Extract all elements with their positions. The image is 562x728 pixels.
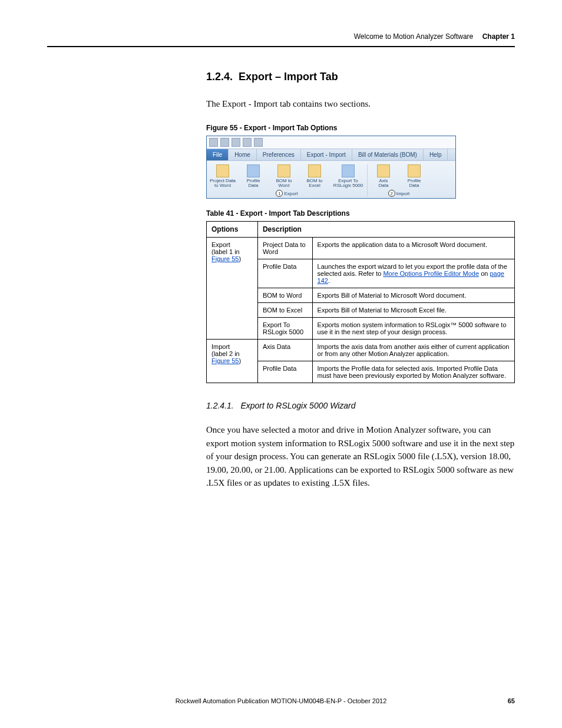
cell-option: BOM to Excel: [257, 303, 312, 318]
btn-bom-to-word[interactable]: BOM toWord: [270, 164, 297, 189]
tab-help[interactable]: Help: [424, 149, 448, 160]
tab-file[interactable]: File: [207, 149, 229, 160]
subsection-number: 1.2.4.1.: [206, 401, 234, 410]
toolbar-icon[interactable]: [220, 138, 229, 147]
tab-preferences[interactable]: Preferences: [257, 149, 301, 160]
cell-desc: Exports Bill of Material to Microsoft Ex…: [312, 303, 514, 318]
footer-publication: Rockwell Automation Publication MOTION-U…: [176, 697, 387, 704]
header-rule: [47, 46, 515, 47]
callout-1: 1: [276, 190, 283, 197]
ribbon-group-import: AxisData ProfileData 2Import: [368, 164, 430, 197]
cell-desc: Exports Bill of Material to Microsoft Wo…: [312, 288, 514, 303]
cell-desc: Exports motion system information to RSL…: [312, 318, 514, 340]
word-icon: [216, 164, 229, 177]
toolbar-icon[interactable]: [232, 138, 240, 147]
btn-project-data-to-word[interactable]: Project Datato Word: [209, 164, 236, 189]
cell-option: Export To RSLogix 5000: [257, 318, 312, 340]
cell-option: BOM to Word: [257, 288, 312, 303]
cell-desc: Launches the export wizard to let you ex…: [312, 259, 514, 288]
rslogix-icon: [342, 164, 355, 177]
subsection-heading: 1.2.4.1. Export to RSLogix 5000 Wizard: [206, 401, 515, 410]
header-section: Welcome to Motion Analyzer Software: [354, 32, 474, 41]
header-chapter: Chapter 1: [482, 32, 515, 41]
cell-option: Profile Data: [257, 361, 312, 383]
main-content: 1.2.4. Export – Import Tab The Export - …: [206, 71, 515, 490]
tab-home[interactable]: Home: [229, 149, 257, 160]
table-41: Options Description Export (label 1 in F…: [206, 221, 515, 383]
section-number: 1.2.4.: [206, 71, 233, 83]
th-options: Options: [207, 222, 258, 238]
figure-55-caption: Figure 55 - Export - Import Tab Options: [206, 124, 515, 132]
page-number: 65: [508, 697, 515, 704]
profile-icon: [408, 164, 421, 177]
word-icon: [277, 164, 290, 177]
footer: Rockwell Automation Publication MOTION-U…: [47, 697, 515, 704]
btn-profile-data-export[interactable]: ProfileData: [240, 164, 267, 189]
btn-export-rslogix[interactable]: Export ToRSLogix 5000: [332, 164, 365, 189]
cell-import-group: Import (label 2 in Figure 55): [207, 340, 258, 383]
toolbar-icon[interactable]: [209, 138, 218, 147]
figure-55: File Home Preferences Export - Import Bi…: [206, 136, 456, 199]
axis-icon: [377, 164, 390, 177]
cell-option: Project Data to Word: [257, 238, 312, 259]
cell-option: Axis Data: [257, 340, 312, 361]
tab-bom[interactable]: Bill of Materials (BOM): [352, 149, 424, 160]
btn-axis-data-import[interactable]: AxisData: [370, 164, 397, 189]
cell-desc: Imports the axis data from another axis …: [312, 340, 514, 361]
cell-desc: Imports the Profile data for selected ax…: [312, 361, 514, 383]
table-41-caption: Table 41 - Export - Import Tab Descripti…: [206, 209, 515, 218]
ribbon-group-export: Project Datato Word ProfileData BOM toWo…: [207, 164, 368, 197]
tab-export-import[interactable]: Export - Import: [301, 149, 352, 160]
toolbar-icon[interactable]: [254, 138, 263, 147]
section-intro: The Export - Import tab contains two sec…: [206, 97, 515, 111]
toolbar: [207, 136, 455, 149]
link-figure-55[interactable]: Figure 55: [211, 357, 239, 364]
link-profile-editor-mode[interactable]: More Options Profile Editor Mode: [383, 270, 479, 277]
running-header: Welcome to Motion Analyzer Software Chap…: [354, 32, 515, 41]
callout-2: 2: [388, 190, 395, 197]
group-name-import: 2Import: [388, 190, 410, 197]
ribbon: Project Datato Word ProfileData BOM toWo…: [207, 161, 455, 199]
excel-icon: [308, 164, 321, 177]
toolbar-icon[interactable]: [243, 138, 252, 147]
section-heading: 1.2.4. Export – Import Tab: [206, 71, 515, 83]
btn-profile-data-import[interactable]: ProfileData: [401, 164, 428, 189]
link-figure-55[interactable]: Figure 55: [211, 255, 239, 262]
cell-export-group: Export (label 1 in Figure 55): [207, 238, 258, 340]
subsection-title: Export to RSLogix 5000 Wizard: [240, 401, 355, 410]
profile-icon: [247, 164, 260, 177]
section-title: Export – Import Tab: [239, 71, 338, 83]
group-name-export: 1Export: [276, 190, 297, 197]
th-description: Description: [257, 222, 514, 238]
ribbon-tabs: File Home Preferences Export - Import Bi…: [207, 149, 455, 161]
btn-bom-to-excel[interactable]: BOM toExcel: [301, 164, 328, 189]
subsection-body: Once you have selected a motor and drive…: [206, 423, 515, 490]
cell-option: Profile Data: [257, 259, 312, 288]
cell-desc: Exports the application data to a Micros…: [312, 238, 514, 259]
